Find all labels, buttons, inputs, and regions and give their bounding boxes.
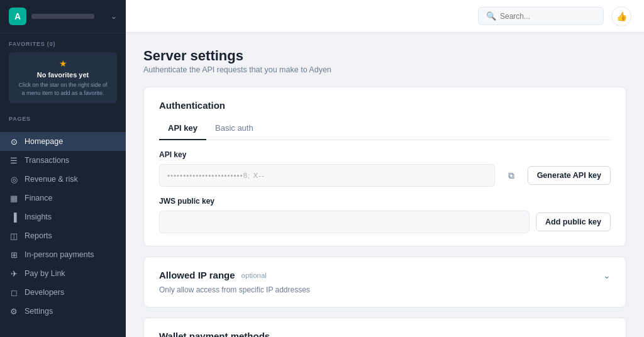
tab-basic-auth[interactable]: Basic auth [206,118,262,140]
allowed-ip-card: Allowed IP range optional ⌄ Only allow a… [143,257,626,307]
add-public-key-button[interactable]: Add public key [536,213,611,231]
jws-public-key-field: JWS public key Add public key [159,197,611,233]
collapse-icon[interactable]: ⌄ [603,270,611,280]
star-icon: ★ [16,58,109,69]
sidebar-item-insights[interactable]: ▐ Insights [0,207,126,226]
generate-api-key-button[interactable]: Generate API key [528,166,611,185]
jws-key-row: Add public key [159,211,611,233]
jws-key-label: JWS public key [159,197,611,206]
sidebar-item-label: Pay by Link [25,269,65,278]
sidebar-item-label: Reports [25,231,52,240]
favorites-title: No favorites yet [16,71,109,79]
sidebar-item-in-person-payments[interactable]: ⊞ In-person payments [0,245,126,264]
favorites-section-label: FAVORITES (0) [9,41,117,47]
wallet-card-title: Wallet payment methods [159,331,611,337]
sidebar-item-label: In-person payments [25,250,94,259]
sidebar-item-label: Finance [25,194,52,202]
search-input[interactable] [500,12,596,21]
settings-icon: ⚙ [9,306,19,316]
optional-label: optional [242,272,267,279]
favorites-box: ★ No favorites yet Click on the star on … [9,52,117,103]
finance-icon: ▦ [9,193,19,203]
sidebar-item-label: Revenue & risk [25,175,78,184]
favorites-section: FAVORITES (0) ★ No favorites yet Click o… [0,33,126,111]
sidebar-item-settings[interactable]: ⚙ Settings [0,302,126,321]
authentication-card-title: Authentication [159,100,611,111]
sidebar: A ⌄ FAVORITES (0) ★ No favorites yet Cli… [0,0,126,337]
sidebar-item-finance[interactable]: ▦ Finance [0,189,126,207]
sidebar-item-transactions[interactable]: ☰ Transactions [0,151,126,170]
notification-button[interactable]: 👍 [611,6,631,26]
sidebar-item-pay-by-link[interactable]: ✈ Pay by Link [0,264,126,283]
sidebar-item-developers[interactable]: ◻ Developers [0,283,126,302]
revenue-risk-icon: ◎ [9,174,19,184]
allowed-ip-title: Allowed IP range [159,270,235,280]
nav-items: ⊙ Homepage ☰ Transactions ◎ Revenue & ri… [0,132,126,321]
in-person-payments-icon: ⊞ [9,250,19,260]
wallet-card: Wallet payment methods Manage certificat… [143,318,626,337]
sidebar-item-homepage[interactable]: ⊙ Homepage [0,132,126,151]
topbar: 🔍 👍 [126,0,644,33]
search-icon: 🔍 [486,11,496,21]
sidebar-account [31,14,111,19]
page-title: Server settings [143,48,626,64]
sidebar-item-reports[interactable]: ◫ Reports [0,226,126,245]
pages-section: PAGES [0,111,126,132]
api-key-row: ••••••••••••••••••••••••8; X-- ⧉ Generat… [159,164,611,187]
sidebar-logo: A [9,8,26,25]
page-subtitle: Authenticate the API requests that you m… [143,65,626,74]
main-area: 🔍 👍 Server settings Authenticate the API… [126,0,644,337]
api-key-field: API key ••••••••••••••••••••••••8; X-- ⧉… [159,150,611,187]
pages-section-label: PAGES [0,116,126,122]
jws-key-input[interactable] [159,211,530,233]
authentication-tabs: API key Basic auth [159,118,611,140]
pay-by-link-icon: ✈ [9,268,19,279]
transactions-icon: ☰ [9,155,19,165]
copy-icon: ⧉ [508,170,514,181]
sidebar-item-label: Settings [25,307,53,316]
homepage-icon: ⊙ [9,136,19,146]
developers-icon: ◻ [9,287,19,297]
authentication-card: Authentication API key Basic auth API ke… [143,87,626,246]
sidebar-item-label: Homepage [25,137,63,146]
copy-api-key-button[interactable]: ⧉ [501,165,521,185]
reports-icon: ◫ [9,231,19,241]
api-key-input[interactable]: ••••••••••••••••••••••••8; X-- [159,164,495,187]
sidebar-header[interactable]: A ⌄ [0,0,126,33]
sidebar-item-label: Developers [25,288,64,297]
api-key-label: API key [159,150,611,159]
account-name-bar [31,14,94,19]
favorites-description: Click on the star on the right side of a… [16,81,109,97]
api-key-value: ••••••••••••••••••••••••8; X-- [167,172,265,179]
allowed-ip-header: Allowed IP range optional ⌄ [159,270,611,280]
search-box[interactable]: 🔍 [478,7,604,25]
allowed-ip-description: Only allow access from specific IP addre… [159,285,611,294]
tab-api-key[interactable]: API key [159,118,206,140]
allowed-ip-title-group: Allowed IP range optional [159,270,267,280]
sidebar-item-label: Insights [25,213,52,221]
page-content: Server settings Authenticate the API req… [126,33,644,337]
sidebar-item-label: Transactions [25,156,69,165]
sidebar-item-revenue-risk[interactable]: ◎ Revenue & risk [0,170,126,189]
insights-icon: ▐ [9,212,19,222]
chevron-down-icon: ⌄ [111,12,117,21]
